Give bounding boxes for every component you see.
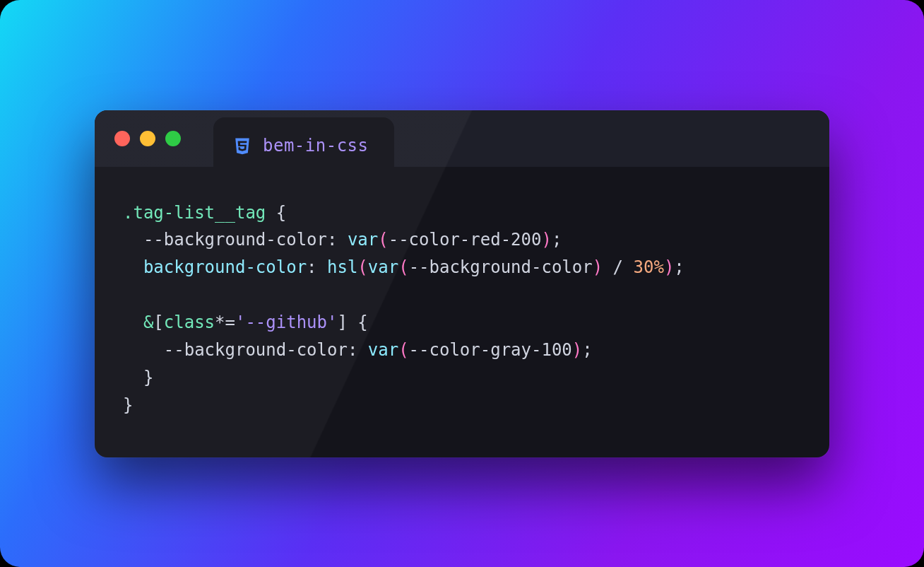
token-prop_custom: --background-color [164, 340, 348, 360]
token-punct: ; [674, 257, 684, 277]
token-prop: background-color [143, 257, 307, 277]
token-punct: } [123, 395, 133, 415]
css-file-icon [233, 136, 251, 155]
code-window: bem-in-css .tag-list__tag { --background… [95, 110, 829, 457]
code-line: &[class*='--github'] { [123, 309, 801, 337]
tab-label: bem-in-css [263, 136, 369, 156]
token-prop_custom: --background-color [409, 257, 593, 277]
token-paren: ( [398, 340, 408, 360]
token-func: hsl [327, 257, 357, 277]
code-line: .tag-list__tag { [123, 199, 801, 227]
minimize-button[interactable] [140, 131, 155, 146]
token-paren: ) [664, 257, 674, 277]
token-paren: ( [398, 257, 408, 277]
token-punct: : [327, 230, 348, 250]
token-selector: & [143, 312, 153, 332]
token-func: var [368, 340, 398, 360]
token-punct: ; [552, 230, 562, 250]
token-paren: ( [357, 257, 367, 277]
editor-tab[interactable]: bem-in-css [213, 117, 394, 174]
token-prop_custom: --color-red-200 [389, 230, 542, 250]
close-button[interactable] [114, 131, 130, 146]
code-content: .tag-list__tag { --background-color: var… [95, 167, 829, 457]
token-paren: ( [378, 230, 388, 250]
token-punct: / [603, 257, 633, 277]
token-punct: *= [215, 312, 235, 332]
maximize-button[interactable] [165, 131, 181, 146]
token-selector: class [164, 312, 215, 332]
token-punct: { [348, 312, 368, 332]
token-punct: : [348, 340, 368, 360]
window-titlebar: bem-in-css [95, 110, 829, 167]
token-paren: ) [572, 340, 582, 360]
code-line: } [123, 364, 801, 392]
token-func: var [348, 230, 378, 250]
code-line: } [123, 392, 801, 419]
token-punct: [ [153, 312, 163, 332]
token-prop_custom: --background-color [143, 230, 327, 250]
code-line: --background-color: var(--color-gray-100… [123, 337, 801, 364]
token-prop_custom: --color-gray-100 [409, 340, 572, 360]
token-paren: ) [541, 230, 551, 250]
code-line: --background-color: var(--color-red-200)… [123, 226, 801, 254]
token-string: '--github' [235, 312, 338, 332]
token-punct: : [307, 257, 327, 277]
token-selector: .tag-list__tag [123, 203, 266, 223]
token-number: 30% [634, 257, 664, 277]
token-func: var [368, 257, 398, 277]
token-punct: ] [337, 312, 347, 332]
code-line: background-color: hsl(var(--background-c… [123, 254, 801, 281]
token-punct: } [143, 368, 153, 387]
token-punct: ; [582, 340, 592, 360]
code-line [123, 281, 801, 309]
traffic-lights [114, 131, 181, 146]
token-punct: { [266, 203, 286, 223]
gradient-backdrop: bem-in-css .tag-list__tag { --background… [0, 0, 924, 567]
token-paren: ) [593, 257, 603, 277]
